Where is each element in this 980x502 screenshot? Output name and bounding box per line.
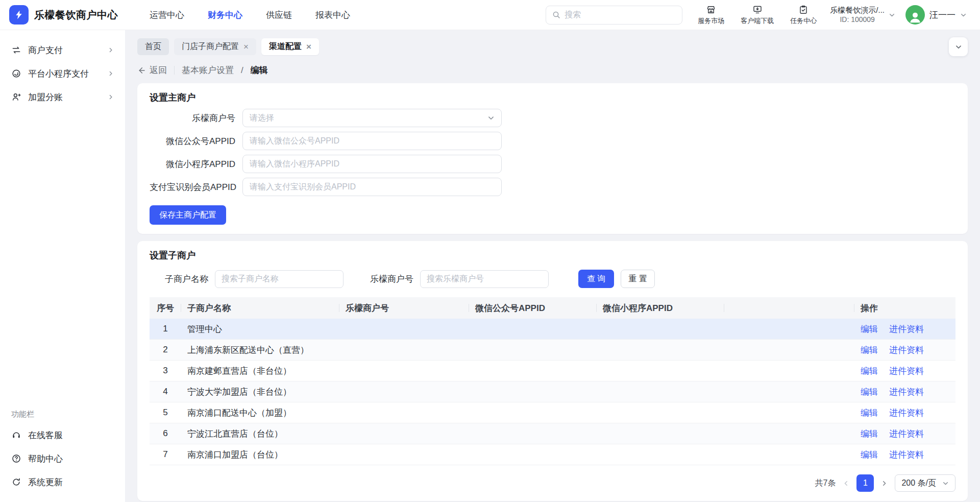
search-icon [552, 11, 560, 19]
task-center-button[interactable]: 任务中心 [790, 5, 817, 26]
close-icon[interactable]: × [306, 42, 311, 51]
next-page-button[interactable] [881, 480, 888, 487]
onboarding-docs-link[interactable]: 进件资料 [889, 323, 924, 335]
save-master-config-button[interactable]: 保存主商户配置 [150, 205, 226, 225]
sidebar-item-system-update[interactable]: 系统更新 [0, 470, 125, 494]
task-center-icon [798, 5, 808, 15]
cell-index: 7 [150, 449, 181, 460]
table-row[interactable]: 5 南京浦口配送中心（加盟） 编辑 进件资料 [150, 402, 955, 423]
sub-code-search-input[interactable] [420, 270, 549, 288]
query-button[interactable]: 查 询 [578, 270, 614, 288]
reset-button[interactable]: 重 置 [621, 270, 654, 288]
tab-home[interactable]: 首页 [137, 38, 169, 55]
table-row[interactable]: 2 上海浦东新区配送中心（直营） 编辑 进件资料 [150, 340, 955, 361]
account-switcher[interactable]: 乐檬餐饮演示/... ID: 100009 [830, 6, 895, 24]
sub-name-search-input[interactable] [215, 270, 344, 288]
col-header-wechat-miniprogram-appid: 微信小程序APPID [597, 297, 724, 319]
system-update-icon [11, 477, 21, 487]
account-name: 乐檬餐饮演示/... [830, 6, 885, 15]
page-size-select[interactable]: 200 条/页 [895, 474, 955, 492]
table-row[interactable]: 3 南京建邺直营店（非台位） 编辑 进件资料 [150, 361, 955, 381]
global-search[interactable] [546, 6, 682, 25]
field-label-lemon-merchant-no: 乐檬商户号 [150, 112, 242, 124]
sub-merchant-card: 设置子商户 子商户名称 乐檬商户号 查 询 重 置 序号 子商户名称 乐檬商户号… [137, 241, 968, 501]
sub-merchant-table: 序号 子商户名称 乐檬商户号 微信公众号APPID 微信小程序APPID 操作 … [150, 297, 955, 465]
sub-card-title: 设置子商户 [150, 249, 955, 261]
avatar [905, 5, 925, 25]
cell-index: 4 [150, 387, 181, 397]
back-label: 返回 [150, 64, 167, 76]
prev-page-button[interactable] [843, 480, 849, 487]
lemon-merchant-no-select[interactable]: 请选择 [242, 109, 502, 127]
sub-merchant-search-bar: 子商户名称 乐檬商户号 查 询 重 置 [150, 270, 955, 288]
edit-link[interactable]: 编辑 [861, 386, 878, 398]
chevron-down-icon [889, 12, 895, 18]
tab-store-submerchant-config[interactable]: 门店子商户配置 × [174, 38, 256, 55]
chevron-down-icon [942, 480, 949, 487]
sidebar-item-help-center[interactable]: 帮助中心 [0, 447, 125, 470]
sidebar-item-miniprogram-pay[interactable]: 平台小程序支付 [0, 62, 125, 85]
quick-actions: 服务市场 客户端下载 任务中心 [698, 5, 817, 26]
tab-channel-config[interactable]: 渠道配置 × [261, 38, 319, 55]
edit-link[interactable]: 编辑 [861, 428, 878, 440]
nav-finance[interactable]: 财务中心 [208, 9, 242, 21]
sidebar-item-online-support[interactable]: 在线客服 [0, 423, 125, 447]
cell-name: 上海浦东新区配送中心（直营） [181, 344, 339, 356]
edit-link[interactable]: 编辑 [861, 365, 878, 377]
chevron-right-icon [108, 70, 114, 77]
service-market-label: 服务市场 [698, 16, 724, 26]
user-menu[interactable]: 汪一一 [905, 5, 967, 25]
tabs-collapse-button[interactable] [949, 37, 968, 56]
client-download-icon [752, 5, 763, 15]
edit-link[interactable]: 编辑 [861, 449, 878, 461]
table-header-row: 序号 子商户名称 乐檬商户号 微信公众号APPID 微信小程序APPID 操作 [150, 297, 955, 319]
tab-label: 门店子商户配置 [182, 41, 239, 52]
table-body: 1 管理中心 编辑 进件资料 2 上海浦东新区配送中心（直营） 编辑 [150, 319, 955, 465]
edit-link[interactable]: 编辑 [861, 407, 878, 419]
nav-supply-chain[interactable]: 供应链 [266, 9, 292, 21]
sidebar-item-franchise-split[interactable]: 加盟分账 [0, 85, 125, 109]
page-number-button[interactable]: 1 [856, 474, 874, 492]
alipay-member-appid-input[interactable] [242, 178, 502, 196]
nav-operations[interactable]: 运营中心 [150, 9, 184, 21]
field-label-wechat-official-appid: 微信公众号APPID [150, 135, 242, 147]
cell-name: 宁波江北直营店（台位） [181, 428, 339, 440]
user-name: 汪一一 [929, 9, 955, 21]
franchise-split-icon [11, 92, 21, 102]
onboarding-docs-link[interactable]: 进件资料 [889, 344, 924, 356]
sidebar-item-merchant-pay[interactable]: 商户支付 [0, 38, 125, 62]
table-row[interactable]: 6 宁波江北直营店（台位） 编辑 进件资料 [150, 423, 955, 444]
table-row[interactable]: 7 南京浦口加盟店（台位） 编辑 进件资料 [150, 444, 955, 465]
nav-reports[interactable]: 报表中心 [315, 9, 350, 21]
brand-title: 乐檬餐饮商户中心 [34, 8, 118, 22]
client-download-label: 客户端下载 [741, 16, 774, 26]
sidebar-footer: 功能栏 在线客服 帮助中心 系统更新 [0, 410, 125, 502]
onboarding-docs-link[interactable]: 进件资料 [889, 407, 924, 419]
col-header-wechat-official-appid: 微信公众号APPID [469, 297, 597, 319]
service-market-button[interactable]: 服务市场 [698, 5, 724, 26]
sub-code-label: 乐檬商户号 [370, 273, 413, 285]
back-button[interactable]: 返回 [137, 64, 167, 76]
chevron-down-icon [487, 114, 495, 122]
sidebar-item-label: 在线客服 [28, 429, 114, 441]
onboarding-docs-link[interactable]: 进件资料 [889, 449, 924, 461]
edit-link[interactable]: 编辑 [861, 344, 878, 356]
onboarding-docs-link[interactable]: 进件资料 [889, 428, 924, 440]
main-content: 首页 门店子商户配置 × 渠道配置 × 返回 基本账户设置 [125, 30, 980, 502]
wechat-miniprogram-appid-input[interactable] [242, 155, 502, 173]
edit-link[interactable]: 编辑 [861, 323, 878, 335]
table-row[interactable]: 1 管理中心 编辑 进件资料 [150, 319, 955, 340]
close-icon[interactable]: × [243, 42, 249, 51]
table-row[interactable]: 4 宁波大学加盟店（非台位） 编辑 进件资料 [150, 381, 955, 402]
cell-index: 2 [150, 345, 181, 355]
sub-name-label: 子商户名称 [165, 273, 208, 285]
wechat-official-appid-input[interactable] [242, 132, 502, 150]
miniprogram-pay-icon [11, 68, 21, 79]
onboarding-docs-link[interactable]: 进件资料 [889, 386, 924, 398]
search-input[interactable] [565, 10, 676, 19]
onboarding-docs-link[interactable]: 进件资料 [889, 365, 924, 377]
master-form: 乐檬商户号 请选择 微信公众号APPID 微信小程序APPID [150, 109, 955, 196]
client-download-button[interactable]: 客户端下载 [741, 5, 774, 26]
field-label-wechat-miniprogram-appid: 微信小程序APPID [150, 158, 242, 170]
function-bar-label: 功能栏 [0, 410, 125, 419]
